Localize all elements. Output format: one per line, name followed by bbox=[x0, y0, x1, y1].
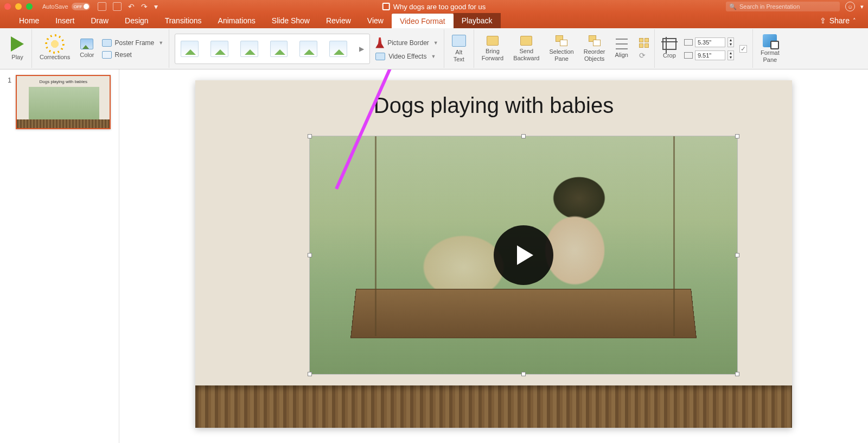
selection-pane-button[interactable]: Selection Pane bbox=[547, 34, 576, 62]
slide-thumbnail[interactable]: 1 Dogs playing with babies bbox=[8, 75, 111, 129]
share-button[interactable]: ⇪ Share ˄ bbox=[813, 13, 863, 28]
poster-frame-icon bbox=[102, 39, 112, 47]
tab-playback[interactable]: Playback bbox=[454, 13, 501, 28]
account-menu-icon[interactable]: ▾ bbox=[860, 3, 864, 10]
slide-thumbnail-pane[interactable]: 1 Dogs playing with babies bbox=[0, 69, 119, 443]
resize-handle[interactable] bbox=[735, 134, 739, 138]
minimize-window-icon[interactable] bbox=[15, 3, 22, 10]
height-field[interactable]: 5.35" ▲▼ bbox=[684, 37, 734, 47]
bring-forward-button[interactable]: Bring Forward bbox=[480, 35, 506, 62]
alt-text-button[interactable]: Alt Text bbox=[450, 34, 468, 63]
style-thumb-icon[interactable] bbox=[329, 41, 347, 57]
autosave-toggle[interactable]: AutoSave OFF bbox=[42, 3, 90, 10]
poster-frame-button[interactable]: Poster Frame▼ bbox=[102, 39, 164, 47]
style-thumb-icon[interactable] bbox=[181, 41, 199, 57]
video-placeholder[interactable] bbox=[309, 136, 738, 375]
style-thumb-icon[interactable] bbox=[240, 41, 258, 57]
lock-aspect-icon[interactable]: ✓ bbox=[739, 45, 747, 53]
tab-video-format[interactable]: Video Format bbox=[392, 13, 454, 28]
qat-overflow-icon[interactable]: ▾ bbox=[154, 2, 158, 11]
slide-canvas-area[interactable]: Dogs playing with babies bbox=[119, 69, 868, 443]
video-effects-button[interactable]: Video Effects▼ bbox=[375, 53, 438, 60]
ribbon-collapse-icon[interactable]: ˄ bbox=[853, 17, 856, 24]
rotate-icon[interactable]: ⟳ bbox=[639, 51, 649, 60]
color-icon bbox=[80, 39, 93, 49]
autosave-label: AutoSave bbox=[42, 3, 68, 10]
search-icon: 🔍 bbox=[729, 3, 737, 10]
crop-button[interactable]: Crop bbox=[660, 37, 679, 60]
document-title: Why dogs are too good for us bbox=[382, 3, 486, 11]
format-pane-button[interactable]: Format Pane bbox=[758, 33, 782, 64]
window-controls bbox=[4, 3, 33, 10]
play-button[interactable]: Play bbox=[9, 35, 26, 61]
effects-icon bbox=[375, 53, 385, 60]
slide-thumbnail-preview[interactable]: Dogs playing with babies bbox=[16, 75, 111, 129]
resize-handle[interactable] bbox=[735, 372, 739, 376]
save-icon[interactable] bbox=[113, 2, 122, 11]
tab-review[interactable]: Review bbox=[318, 13, 359, 28]
slide-title[interactable]: Dogs playing with babies bbox=[195, 93, 792, 118]
resize-handle[interactable] bbox=[308, 372, 312, 376]
reset-button[interactable]: Reset bbox=[102, 51, 164, 59]
align-button[interactable]: Align bbox=[612, 37, 630, 59]
style-thumb-icon[interactable] bbox=[299, 41, 317, 57]
search-input[interactable]: 🔍 Search in Presentation bbox=[726, 2, 840, 11]
tab-insert[interactable]: Insert bbox=[47, 13, 82, 28]
tab-view[interactable]: View bbox=[359, 13, 392, 28]
send-backward-icon bbox=[520, 36, 532, 46]
slide-floor-decor bbox=[195, 385, 792, 428]
zoom-window-icon[interactable] bbox=[26, 3, 33, 10]
picture-border-button[interactable]: Picture Border▼ bbox=[375, 37, 438, 48]
height-stepper[interactable]: ▲▼ bbox=[727, 37, 734, 47]
width-icon bbox=[684, 52, 693, 59]
quick-access-toolbar: ↶ ↷ ▾ bbox=[98, 2, 158, 11]
home-icon[interactable] bbox=[98, 2, 106, 11]
reorder-objects-button[interactable]: Reorder Objects bbox=[582, 34, 608, 62]
resize-handle[interactable] bbox=[521, 372, 526, 376]
redo-icon[interactable]: ↷ bbox=[141, 2, 148, 11]
resize-handle[interactable] bbox=[521, 134, 526, 138]
reorder-icon bbox=[589, 35, 601, 46]
group-icon[interactable] bbox=[639, 38, 649, 48]
bring-forward-icon bbox=[487, 36, 499, 46]
presentation-file-icon bbox=[382, 3, 390, 10]
video-styles-gallery[interactable]: ▶ bbox=[175, 34, 370, 64]
resize-handle[interactable] bbox=[308, 134, 312, 138]
workspace: 1 Dogs playing with babies Dogs playing … bbox=[0, 69, 868, 443]
tab-home[interactable]: Home bbox=[11, 13, 47, 28]
video-play-icon[interactable] bbox=[494, 225, 553, 285]
width-stepper[interactable]: ▲▼ bbox=[727, 50, 734, 60]
tab-design[interactable]: Design bbox=[117, 13, 157, 28]
share-icon: ⇪ bbox=[820, 16, 826, 25]
style-thumb-icon[interactable] bbox=[210, 41, 228, 57]
resize-handle[interactable] bbox=[735, 253, 739, 257]
reset-icon bbox=[102, 51, 112, 59]
undo-icon[interactable]: ↶ bbox=[128, 2, 135, 11]
slide[interactable]: Dogs playing with babies bbox=[195, 80, 792, 428]
feedback-icon[interactable]: ☺ bbox=[845, 2, 855, 11]
ribbon-tabs: Home Insert Draw Design Transitions Anim… bbox=[0, 13, 868, 28]
brush-icon bbox=[375, 37, 384, 48]
format-pane-icon bbox=[763, 34, 777, 47]
tab-draw[interactable]: Draw bbox=[82, 13, 117, 28]
send-backward-button[interactable]: Send Backward bbox=[511, 35, 541, 62]
play-icon bbox=[11, 36, 24, 52]
gallery-next-icon[interactable]: ▶ bbox=[359, 45, 364, 53]
height-icon bbox=[684, 39, 693, 46]
align-icon bbox=[616, 39, 628, 49]
resize-handle[interactable] bbox=[308, 253, 312, 257]
selection-pane-icon bbox=[556, 35, 567, 46]
color-button[interactable]: Color bbox=[78, 37, 96, 59]
width-field[interactable]: 9.51" ▲▼ bbox=[684, 50, 734, 60]
titlebar: AutoSave OFF ↶ ↷ ▾ Why dogs are too good… bbox=[0, 0, 868, 13]
corrections-button[interactable]: Corrections bbox=[37, 35, 72, 61]
corrections-icon bbox=[47, 36, 62, 52]
alt-text-icon bbox=[452, 35, 466, 47]
close-window-icon[interactable] bbox=[4, 3, 11, 10]
style-thumb-icon[interactable] bbox=[270, 41, 288, 57]
video-thumbnail bbox=[310, 136, 737, 374]
tab-slide-show[interactable]: Slide Show bbox=[264, 13, 318, 28]
tab-animations[interactable]: Animations bbox=[210, 13, 264, 28]
tab-transitions[interactable]: Transitions bbox=[157, 13, 210, 28]
ribbon: Play Corrections Color Poster Frame▼ Res… bbox=[0, 28, 868, 69]
